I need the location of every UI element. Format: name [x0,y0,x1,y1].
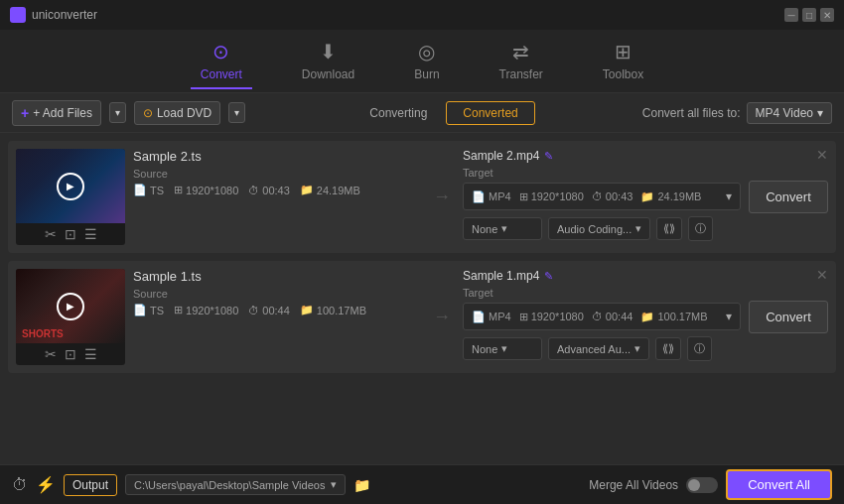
app-title: uniconverter [32,8,97,22]
thumbnail-image-2: ▶ SHORTS [16,269,125,343]
audio-info-1[interactable]: ⓘ [688,216,713,241]
audio-preset-2[interactable]: None ▾ [463,337,542,360]
close-button[interactable]: ✕ [820,8,834,22]
effects-icon[interactable]: ☰ [84,226,97,242]
minimize-button[interactable]: ─ [784,8,798,22]
open-folder-icon[interactable]: 📁 [353,477,370,493]
audio-info-2[interactable]: ⓘ [687,336,712,361]
load-dvd-dropdown[interactable]: ▾ [228,102,245,123]
file-item: ✕ ▶ ✂ ⊡ ☰ Sample 2.ts Source 📄 TS [8,141,836,253]
target-filename-2: Sample 1.mp4 ✎ [463,269,741,283]
add-files-button[interactable]: + + Add Files [12,100,101,126]
title-bar: uniconverter ─ □ ✕ [0,0,844,30]
tab-converted-label: Converted [463,106,517,120]
nav-transfer[interactable]: ⇄ Transfer [490,34,553,89]
convert-button-1[interactable]: Convert [749,181,828,213]
close-file1-button[interactable]: ✕ [816,147,828,163]
add-files-dropdown[interactable]: ▾ [109,102,126,123]
nav-download-label: Download [302,67,354,81]
crop-icon-2[interactable]: ⊡ [65,346,76,362]
nav-burn[interactable]: ◎ Burn [404,34,449,89]
close-file2-button[interactable]: ✕ [816,267,828,283]
convert-button-2[interactable]: Convert [749,301,828,333]
output-path-value: C:\Users\payal\Desktop\Sample Videos [134,479,325,491]
bottom-bar: ⏱ ⚡ Output C:\Users\payal\Desktop\Sample… [0,464,844,504]
thumbnail-tools-2: ✂ ⊡ ☰ [16,343,125,365]
audio-coding-2[interactable]: Advanced Au... ▾ [548,337,649,360]
output-button[interactable]: Output [64,474,117,496]
nav-download[interactable]: ⬇ Download [292,34,364,89]
maximize-button[interactable]: □ [802,8,816,22]
edit-filename-2-button[interactable]: ✎ [544,270,553,283]
target-resolution-2: ⊞ 1920*1080 [519,311,584,323]
target-label-2: Target [463,287,741,299]
tab-converted[interactable]: Converted [446,101,534,125]
audio-merge-1[interactable]: ⟪⟫ [656,217,682,240]
edit-filename-1-button[interactable]: ✎ [544,150,553,163]
target-section-1: Sample 2.mp4 ✎ Target 📄 MP4 ⊞ 1920*1080 … [463,149,741,245]
convert-all-to-label: Convert all files to: [642,106,741,120]
source-meta-1: 📄 TS ⊞ 1920*1080 ⏱ 00:43 📁 24.19MB [133,184,421,196]
arrow-separator-1: → [429,187,455,207]
window-controls[interactable]: ─ □ ✕ [784,8,834,22]
play-button-1[interactable]: ▶ [57,173,84,200]
content-area: ✕ ▶ ✂ ⊡ ☰ Sample 2.ts Source 📄 TS [0,133,844,468]
file-item-2: ✕ ▶ SHORTS ✂ ⊡ ☰ Sample 1.ts Source 📄 TS [8,261,836,373]
file-name-1: Sample 2.ts [133,149,421,164]
source-size-2: 📁 100.17MB [300,304,366,316]
title-bar-left: uniconverter [10,7,97,23]
tab-converting[interactable]: Converting [352,101,444,125]
cut-icon[interactable]: ✂ [45,226,57,242]
source-resolution-1: ⊞ 1920*1080 [174,184,238,196]
audio-merge-2[interactable]: ⟪⟫ [655,337,681,360]
source-label-2: Source [133,288,168,300]
audio-preset-1[interactable]: None ▾ [463,217,542,240]
crop-icon[interactable]: ⊡ [65,226,76,242]
clock-icon-2: ⏱ [248,305,259,316]
audio-preset-dropdown-2: ▾ [501,342,507,355]
load-dvd-button[interactable]: ⊙ Load DVD [134,101,220,125]
audio-coding-dropdown-2: ▾ [634,342,640,355]
target-duration-1: ⏱ 00:43 [592,190,633,202]
format-select[interactable]: MP4 Video ▾ [747,102,832,124]
nav-toolbox[interactable]: ⊞ Toolbox [593,34,653,89]
tab-group: Converting Converted [352,101,534,125]
convert-all-button[interactable]: Convert All [726,469,832,500]
source-format-2: 📄 TS [133,304,164,316]
format-dropdown-icon: ▾ [817,106,823,120]
path-dropdown-icon: ▾ [331,478,337,491]
output-path: C:\Users\payal\Desktop\Sample Videos ▾ [125,474,346,495]
target-label-1: Target [463,167,741,179]
merge-toggle[interactable] [686,477,718,493]
cut-icon-2[interactable]: ✂ [45,346,57,362]
source-duration-2: ⏱ 00:44 [248,305,290,316]
history-icon[interactable]: ⏱ [12,476,28,494]
plus-icon: + [21,105,29,121]
play-button-2[interactable]: ▶ [57,293,84,320]
audio-coding-dropdown-1: ▾ [635,222,641,235]
file-name-2: Sample 1.ts [133,269,421,284]
lightning-icon[interactable]: ⚡ [36,475,56,494]
audio-coding-1[interactable]: Audio Coding... ▾ [548,217,650,240]
target-expand-1[interactable]: ▾ [726,189,732,203]
target-res-icon-1: ⊞ [519,190,528,203]
source-size-1: 📁 24.19MB [300,184,360,196]
source-resolution-2: ⊞ 1920*1080 [174,304,238,316]
arrow-separator-2: → [429,307,455,327]
app-logo [10,7,26,23]
target-meta-2: 📄 MP4 ⊞ 1920*1080 ⏱ 00:44 📁 100.17MB [472,311,708,323]
shorts-label: SHORTS [22,328,64,339]
size-icon-2: 📁 [300,304,314,316]
file-details-1: Sample 2.ts Source 📄 TS ⊞ 1920*1080 ⏱ 00… [133,149,421,245]
effects-icon-2[interactable]: ☰ [84,346,97,362]
nav-bar: ⊙ Convert ⬇ Download ◎ Burn ⇄ Transfer ⊞… [0,30,844,93]
nav-convert[interactable]: ⊙ Convert [191,34,252,89]
file-details-2: Sample 1.ts Source 📄 TS ⊞ 1920*1080 ⏱ 00… [133,269,421,365]
nav-convert-label: Convert [201,67,242,81]
target-clock-icon-1: ⏱ [592,190,603,202]
clock-icon-1: ⏱ [248,185,259,196]
target-format-2: 📄 MP4 [472,311,511,323]
file-icon-1: 📄 [133,184,147,196]
target-expand-2[interactable]: ▾ [726,310,732,323]
target-box-2: 📄 MP4 ⊞ 1920*1080 ⏱ 00:44 📁 100.17MB [463,303,741,330]
